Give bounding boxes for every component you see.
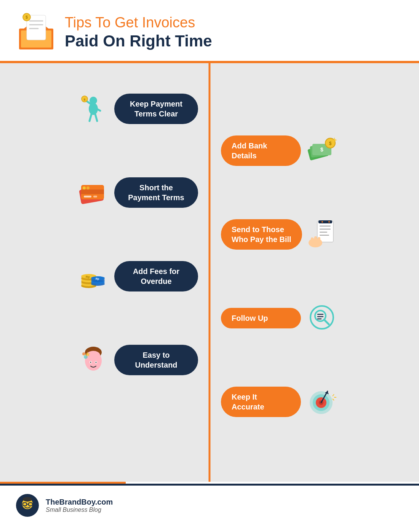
header-text: Tips To Get Invoices Paid On Right Time xyxy=(65,14,212,51)
item-left-add-fees: Rp Rp Add Fees for Overdue xyxy=(23,261,210,291)
svg-line-14 xyxy=(90,114,91,121)
row-add-bank-details: Add Bank Details $ $ xyxy=(23,132,396,170)
row-add-fees-overdue: Rp Rp Add Fees for Overdue xyxy=(23,257,396,295)
pill-short-payment-terms: Short the Payment Terms xyxy=(114,177,198,208)
row-send-to-those: Send to Those Who Pay the Bill xyxy=(23,215,396,253)
svg-line-81 xyxy=(333,399,334,400)
pill-easy-understand: Easy to Understand xyxy=(114,345,198,375)
row-follow-up: Follow Up xyxy=(23,299,396,337)
svg-point-30 xyxy=(86,186,90,190)
follow-up-icon xyxy=(307,303,337,333)
head-brain-icon xyxy=(78,345,109,375)
item-left-easy-understand: Easy to Understand xyxy=(23,345,210,375)
svg-text:$: $ xyxy=(26,15,28,19)
svg-text:$: $ xyxy=(329,141,332,146)
svg-text:$: $ xyxy=(84,98,86,101)
svg-point-57 xyxy=(310,306,333,329)
svg-rect-28 xyxy=(93,196,97,198)
credit-card-icon xyxy=(78,177,109,208)
target-icon xyxy=(307,387,337,417)
pill-keep-payment-terms: Keep Payment Terms Clear xyxy=(114,94,198,124)
item-left-short-payment: Short the Payment Terms xyxy=(23,177,210,208)
svg-line-59 xyxy=(324,320,329,324)
pill-follow-up: Follow Up xyxy=(221,308,301,328)
svg-point-44 xyxy=(328,221,330,223)
svg-rect-40 xyxy=(314,236,317,243)
svg-text:Rp: Rp xyxy=(86,275,90,279)
footer-text: TheBrandBoy.com Small Business Blog xyxy=(46,498,113,513)
row-easy-understand: Easy to Understand xyxy=(23,341,396,379)
pill-add-bank-details: Add Bank Details xyxy=(221,135,301,166)
pill-add-fees-overdue: Add Fees for Overdue xyxy=(114,261,198,291)
svg-rect-39 xyxy=(311,237,313,243)
row-keep-accurate: Keep It Accurate xyxy=(23,383,396,421)
row-short-payment-terms: Short the Payment Terms xyxy=(23,174,396,212)
svg-text:$: $ xyxy=(320,147,323,153)
row-keep-payment-terms: $ Keep Payment Terms Clear xyxy=(23,90,396,128)
items-container: $ Keep Payment Terms Clear Add Bank Deta… xyxy=(23,82,396,432)
svg-text:Rp: Rp xyxy=(96,277,99,280)
svg-point-87 xyxy=(23,497,32,502)
pill-send-to-those: Send to Those Who Pay the Bill xyxy=(221,219,302,250)
brand-name: TheBrandBoy.com xyxy=(46,498,113,507)
item-right-add-bank: Add Bank Details $ $ xyxy=(210,135,396,166)
svg-rect-27 xyxy=(84,196,91,198)
svg-point-72 xyxy=(96,362,97,363)
svg-line-79 xyxy=(333,394,334,396)
svg-point-29 xyxy=(83,186,86,190)
header-title-line1: Tips To Get Invoices xyxy=(65,14,212,32)
item-left-keep-payment: $ Keep Payment Terms Clear xyxy=(23,94,210,124)
pill-keep-accurate: Keep It Accurate xyxy=(221,387,301,417)
main-content: $ Keep Payment Terms Clear Add Bank Deta… xyxy=(0,63,419,482)
svg-point-43 xyxy=(321,221,323,223)
svg-point-67 xyxy=(82,352,85,355)
item-right-follow-up: Follow Up xyxy=(210,303,396,333)
svg-line-15 xyxy=(95,114,97,121)
header-title-line2: Paid On Right Time xyxy=(65,32,212,51)
brand-logo xyxy=(15,493,40,518)
item-right-keep-accurate: Keep It Accurate xyxy=(210,387,396,417)
brand-sub: Small Business Blog xyxy=(46,507,113,513)
invoice-hand-icon xyxy=(308,219,338,250)
header-icon: $ xyxy=(15,11,57,53)
svg-rect-26 xyxy=(81,190,104,194)
item-right-send-to-those: Send to Those Who Pay the Bill xyxy=(210,219,396,250)
person-coin-icon: $ xyxy=(78,94,109,124)
svg-point-71 xyxy=(90,362,91,363)
coins-stack-icon: Rp Rp xyxy=(78,261,109,291)
header-section: $ Tips To Get Invoices Paid On Right Tim… xyxy=(0,0,419,61)
svg-rect-42 xyxy=(318,220,332,223)
footer: TheBrandBoy.com Small Business Blog xyxy=(0,486,419,526)
svg-rect-41 xyxy=(318,237,320,243)
bank-money-icon: $ $ xyxy=(307,135,337,166)
